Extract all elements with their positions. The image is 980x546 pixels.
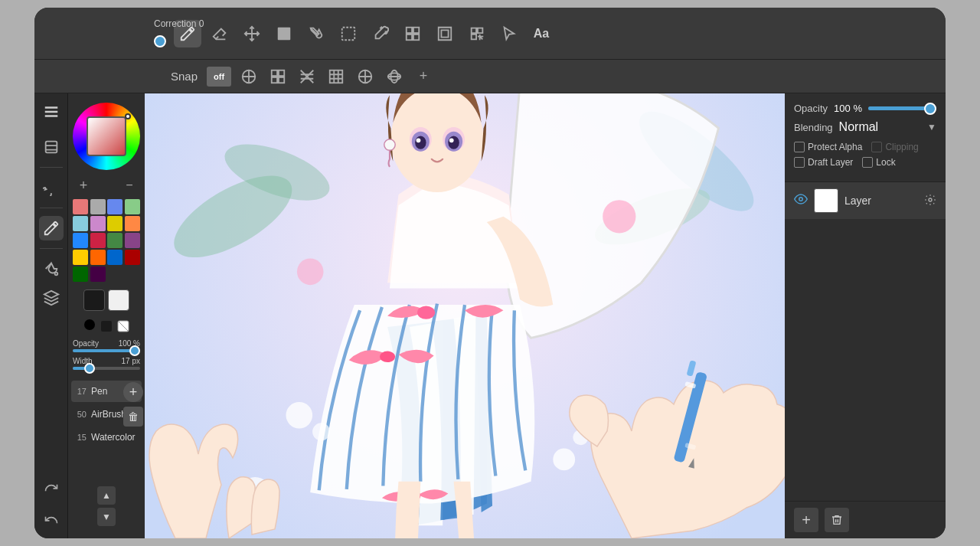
- brush-name-pen: Pen: [91, 386, 107, 397]
- brush-icons-row: [83, 319, 129, 333]
- chevron-down-btn[interactable]: ▼: [97, 508, 116, 526]
- palette-color-17[interactable]: [73, 266, 88, 282]
- fill-bucket-btn[interactable]: [39, 257, 64, 281]
- snap-grid2-btn[interactable]: [266, 65, 289, 88]
- draft-layer-checkbox[interactable]: [794, 157, 805, 168]
- main-area: + −: [34, 93, 946, 538]
- hamburger-menu-btn[interactable]: [39, 100, 64, 124]
- width-slider-value: 17 px: [122, 357, 140, 365]
- brush-item-watercolor[interactable]: 15 Watercolor: [71, 427, 142, 448]
- clip-tool-btn[interactable]: [463, 20, 491, 47]
- add-color-btn[interactable]: +: [76, 178, 91, 193]
- color-wheel-small-icon[interactable]: [83, 319, 96, 333]
- snap-grid6-btn[interactable]: [383, 65, 406, 88]
- lock-item: Lock: [862, 157, 895, 168]
- snap-grid3-btn[interactable]: [296, 65, 318, 88]
- palette-color-3[interactable]: [107, 199, 122, 214]
- new-layer-btn[interactable]: [39, 135, 64, 159]
- layers-btn[interactable]: [39, 286, 64, 310]
- chevron-controls: ▲ ▼: [97, 486, 116, 532]
- brush-num-airbrush: 50: [74, 410, 87, 419]
- snap-grid1-btn[interactable]: [237, 65, 260, 88]
- svg-rect-11: [272, 70, 277, 75]
- palette-color-10[interactable]: [90, 233, 106, 248]
- add-brush-btn[interactable]: +: [123, 382, 143, 402]
- paint-bucket-tool-btn[interactable]: [302, 20, 330, 47]
- background-swatch[interactable]: [108, 289, 129, 311]
- palette-color-1[interactable]: [73, 199, 88, 214]
- correction-slider-dot[interactable]: [154, 35, 166, 47]
- palette-color-16[interactable]: [125, 250, 140, 265]
- palette-color-6[interactable]: [90, 216, 106, 231]
- add-layer-btn[interactable]: +: [794, 508, 818, 532]
- palette-color-11[interactable]: [107, 233, 122, 248]
- strip-divider3: [40, 248, 63, 249]
- move-tool-btn[interactable]: [238, 20, 266, 47]
- color-wheel[interactable]: [73, 103, 140, 170]
- palette-color-13[interactable]: [73, 250, 88, 265]
- blending-arrow[interactable]: ▼: [927, 122, 936, 132]
- color-picker-dot[interactable]: [125, 113, 131, 119]
- draft-lock-row: Draft Layer Lock: [794, 157, 936, 168]
- palette-controls: + −: [73, 178, 140, 193]
- text-tool-btn[interactable]: Aa: [528, 20, 555, 47]
- eraser-tool-btn[interactable]: [206, 20, 234, 47]
- palette-color-9[interactable]: [73, 233, 88, 248]
- snap-label: Snap: [171, 70, 198, 83]
- eyedropper-tool-btn[interactable]: [367, 20, 394, 47]
- color-saturation-box[interactable]: [87, 116, 126, 156]
- snap-grid4-btn[interactable]: [325, 65, 348, 88]
- svg-point-70: [603, 200, 635, 233]
- svg-point-37: [54, 273, 57, 276]
- delete-brush-btn[interactable]: 🗑: [123, 407, 143, 427]
- snap-grid5-btn[interactable]: [354, 65, 377, 88]
- canvas-artwork: [145, 93, 785, 538]
- remove-color-btn[interactable]: −: [122, 178, 137, 193]
- lock-checkbox[interactable]: [862, 157, 873, 168]
- palette-color-2[interactable]: [90, 199, 106, 214]
- protect-alpha-checkbox[interactable]: [794, 142, 805, 152]
- layer-opacity-track[interactable]: [868, 106, 936, 110]
- snap-add-btn[interactable]: +: [412, 65, 435, 88]
- delete-layer-btn[interactable]: [825, 508, 849, 532]
- canvas-area[interactable]: [145, 93, 785, 538]
- clipping-checkbox[interactable]: [871, 142, 882, 152]
- layer-row[interactable]: Layer: [785, 182, 946, 219]
- transparent-swatch-icon: [117, 320, 129, 332]
- width-slider-thumb[interactable]: [84, 363, 95, 374]
- palette-color-4[interactable]: [125, 199, 140, 214]
- fill-rect-tool-btn[interactable]: [270, 20, 298, 47]
- brush-tool-btn[interactable]: [39, 216, 64, 240]
- rect-select-tool-btn[interactable]: [335, 20, 362, 47]
- snap-off-btn[interactable]: off: [207, 67, 231, 87]
- chevron-up-btn[interactable]: ▲: [97, 486, 116, 505]
- transform-tool-btn[interactable]: [399, 20, 426, 47]
- palette-color-14[interactable]: [90, 250, 106, 265]
- palette-color-12[interactable]: [125, 233, 140, 248]
- brush-opacity-section: Opacity 100 % Width 17 px: [73, 339, 140, 374]
- svg-rect-4: [407, 27, 412, 32]
- palette-color-18[interactable]: [90, 266, 106, 282]
- opacity-slider-thumb[interactable]: [129, 345, 140, 356]
- undo-btn[interactable]: [39, 508, 64, 532]
- lasso-select-btn[interactable]: [39, 175, 64, 200]
- layer-settings-btn[interactable]: [924, 194, 936, 208]
- brush-name-airbrush: AirBrush: [91, 409, 126, 420]
- layer-opacity-thumb[interactable]: [924, 103, 936, 115]
- warp-tool-btn[interactable]: [431, 20, 459, 47]
- palette-color-7[interactable]: [107, 216, 122, 231]
- layer-visibility-btn[interactable]: [794, 192, 808, 209]
- width-slider-track[interactable]: [73, 367, 140, 370]
- palette-color-8[interactable]: [125, 216, 140, 231]
- redo-btn[interactable]: [39, 476, 64, 500]
- foreground-swatch[interactable]: [83, 289, 105, 311]
- opacity-slider-track[interactable]: [73, 349, 140, 352]
- select-tool-btn[interactable]: [495, 20, 523, 47]
- palette-color-5[interactable]: [73, 216, 88, 231]
- svg-rect-19: [330, 70, 343, 83]
- svg-rect-7: [413, 34, 419, 39]
- pen-tool-btn[interactable]: [174, 20, 201, 47]
- svg-rect-13: [272, 77, 277, 82]
- brush-name-watercolor: Watercolor: [91, 432, 136, 443]
- palette-color-15[interactable]: [107, 250, 122, 265]
